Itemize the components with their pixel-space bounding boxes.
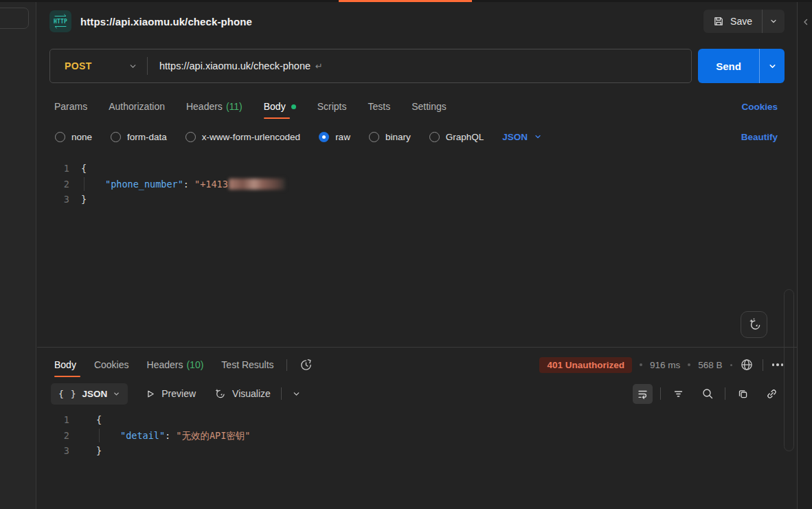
preview-label: Preview [161,388,196,399]
indent-guide [84,177,84,192]
code-line: 2 "detail": "无效的API密钥" [37,428,797,444]
radio-raw[interactable]: raw [319,132,350,142]
left-sidebar [0,0,36,509]
response-size[interactable]: 568 B [698,360,722,370]
line-number: 1 [37,161,81,177]
copy-button[interactable] [733,384,753,404]
radio-urlencoded-circle[interactable] [185,132,196,142]
copy-icon [737,388,749,400]
postbot-sparkle-icon [747,317,762,332]
wrap-text-icon [637,388,649,400]
tab-authorization[interactable]: Authorization [109,94,165,119]
line-number: 2 [37,177,81,192]
line-number: 3 [37,443,81,459]
code-line: 2 "phone_number": "+1413 [37,177,797,192]
response-tab-test-results[interactable]: Test Results [221,352,273,377]
status-badge[interactable]: 401 Unauthorized [539,357,632,373]
tab-scripts[interactable]: Scripts [317,94,347,119]
radio-graphql[interactable]: GraphQL [429,132,484,142]
line-number: 2 [37,428,81,444]
tab-tests[interactable]: Tests [368,94,390,119]
filter-icon [673,388,684,400]
response-history-icon[interactable] [300,359,313,372]
request-tabs: Params Authorization Headers(11) Body Sc… [54,94,778,119]
beautify-link[interactable]: Beautify [741,132,778,142]
wrap-text-button[interactable] [633,384,653,404]
request-header: HTTP https://api.xiaomu.uk/check-phone S… [37,6,797,36]
network-globe-icon[interactable] [740,358,754,372]
close-brace: } [81,194,87,205]
collapse-toolbar-chevron[interactable] [292,389,301,398]
save-button[interactable]: Save [703,10,785,33]
search-icon [701,387,714,400]
send-button-label[interactable]: Send [698,49,760,83]
tab-body[interactable]: Body [264,94,296,119]
dot-separator [730,364,732,366]
json-key: "detail" [120,430,165,441]
divider [286,359,287,371]
line-number: 1 [37,412,81,428]
preview-button[interactable]: Preview [145,388,196,399]
response-format-dropdown[interactable]: { } JSON [51,383,128,405]
link-icon [766,388,778,400]
open-brace: { [81,163,87,174]
json-value: "+1413 [194,179,228,190]
line-number: 3 [37,192,81,207]
right-panel-strip [797,0,812,509]
send-options-chevron[interactable] [760,49,785,83]
visualize-button[interactable]: Visualize [213,387,271,400]
link-button[interactable] [762,384,782,404]
code-line: 1 { [37,412,797,428]
response-toolbar: { } JSON Preview Visualize [51,382,782,405]
url-input[interactable]: https://api.xiaomu.uk/check-phone [148,60,311,71]
response-tab-cookies[interactable]: Cookies [94,352,129,377]
cookies-link[interactable]: Cookies [741,102,778,112]
dot-separator [688,363,690,366]
visualize-label: Visualize [232,388,271,399]
radio-graphql-circle[interactable] [429,132,440,142]
search-button[interactable] [697,384,717,404]
radio-none-circle[interactable] [55,132,65,142]
language-dropdown[interactable]: JSON [502,132,542,142]
headers-count-badge: (11) [226,101,243,112]
body-modified-dot [291,104,296,109]
response-right-tools [633,384,782,404]
send-button[interactable]: Send [698,49,785,83]
filter-button[interactable] [668,384,688,404]
response-time[interactable]: 916 ms [650,360,680,370]
language-chevron-icon [534,133,542,141]
request-pane: HTTP https://api.xiaomu.uk/check-phone S… [37,0,797,509]
divider [725,387,725,400]
tab-headers[interactable]: Headers(11) [186,94,243,119]
collapse-panel-icon[interactable] [801,16,809,27]
save-button-label: Save [730,16,752,27]
indent-guide [99,429,100,443]
format-chevron-icon [113,390,120,398]
more-options-menu[interactable] [772,363,784,366]
dot-separator [640,363,642,366]
radio-none[interactable]: none [55,132,92,142]
json-key: "phone_number" [105,179,183,190]
response-tab-body[interactable]: Body [54,352,76,377]
radio-form-data[interactable]: form-data [111,132,167,142]
method-label: POST [65,60,92,71]
tab-settings[interactable]: Settings [411,94,447,119]
sidebar-collapsed-item[interactable] [0,8,29,29]
radio-binary[interactable]: binary [369,132,411,142]
save-options-chevron[interactable] [763,10,785,33]
code-line: 3 } [37,192,797,207]
radio-form-data-circle[interactable] [111,132,121,142]
method-selector[interactable]: POST [50,60,147,71]
radio-urlencoded[interactable]: x-www-form-urlencoded [185,132,300,142]
radio-raw-circle[interactable] [319,132,329,142]
radio-binary-circle[interactable] [369,132,379,142]
code-line: 1 { [37,161,797,177]
response-tab-headers[interactable]: Headers(10) [147,352,204,377]
braces-icon: { } [58,389,76,399]
tab-params[interactable]: Params [54,94,87,119]
active-tab-indicator [339,0,472,2]
code-line: 3 } [37,443,797,459]
postbot-ai-button[interactable] [741,311,767,338]
response-body-editor[interactable]: 1 { 2 "detail": "无效的API密钥" 3 } [37,412,797,459]
request-body-editor[interactable]: 1 { 2 "phone_number": "+1413 3 } [37,161,797,207]
